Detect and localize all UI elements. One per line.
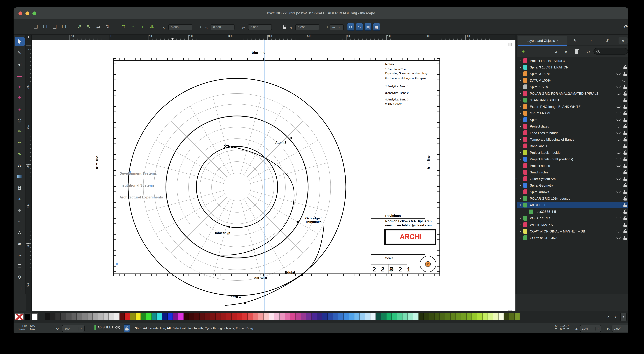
- layer-row[interactable]: ▸ DATUM 100%: [517, 77, 628, 84]
- box3d-tool[interactable]: ◈: [15, 104, 24, 114]
- zoom-plus-button[interactable]: +: [595, 327, 601, 330]
- color-swatch[interactable]: [312, 313, 317, 320]
- move-corners-toggle[interactable]: ↦: [347, 23, 354, 31]
- dropper-tool[interactable]: ●: [15, 194, 24, 204]
- calligraphy-tool[interactable]: ✒: [15, 138, 24, 148]
- move-gradient-toggle[interactable]: ▤: [364, 23, 372, 31]
- opacity-plus-button[interactable]: +: [78, 327, 84, 330]
- zoom-control[interactable]: 39% − +: [580, 325, 601, 332]
- hidden-eye-icon[interactable]: [616, 132, 620, 134]
- gradient-tool[interactable]: [15, 172, 24, 181]
- measure-tool[interactable]: ❒: [15, 284, 24, 294]
- expander-icon[interactable]: ▸: [519, 223, 522, 226]
- color-swatch[interactable]: [210, 313, 216, 320]
- connector-tool[interactable]: ↝: [15, 250, 24, 260]
- history-dialog-icon[interactable]: ↺: [604, 37, 610, 44]
- lock-icon[interactable]: [624, 105, 627, 109]
- horizontal-guide[interactable]: [32, 186, 516, 186]
- black-swatch[interactable]: [25, 313, 31, 320]
- deselect-icon[interactable]: ❑: [50, 22, 59, 31]
- color-swatch[interactable]: [365, 313, 370, 320]
- flip-vertical-icon[interactable]: ⇅: [104, 22, 112, 31]
- fill-bucket-tool[interactable]: ◆: [15, 205, 24, 215]
- color-swatch[interactable]: [269, 313, 274, 320]
- color-swatch[interactable]: [205, 313, 210, 320]
- canvas-corner-button[interactable]: [508, 43, 512, 46]
- lock-icon[interactable]: [624, 177, 627, 181]
- opacity-control[interactable]: 100 − +: [62, 325, 85, 332]
- layer-row[interactable]: ▾ A0 SHEET: [517, 202, 628, 208]
- hidden-eye-icon[interactable]: [616, 112, 620, 114]
- color-swatch[interactable]: [328, 313, 333, 320]
- units-dropdown[interactable]: mm ▾: [330, 24, 344, 30]
- hidden-eye-icon[interactable]: [616, 86, 620, 88]
- rotation-minus-button[interactable]: −: [622, 327, 628, 330]
- select-all-layers-icon[interactable]: ❐: [41, 22, 49, 31]
- color-swatch[interactable]: [45, 313, 50, 320]
- spiral-tool[interactable]: ◎: [15, 116, 24, 125]
- lock-ratio-icon[interactable]: [282, 25, 286, 29]
- close-tab-icon[interactable]: ×: [556, 39, 558, 42]
- color-swatch[interactable]: [514, 313, 520, 320]
- panel-menu-chevron-icon[interactable]: ∨: [618, 37, 628, 44]
- color-swatch[interactable]: [178, 313, 184, 320]
- layer-row[interactable]: Project nodes: [517, 162, 628, 169]
- layer-row[interactable]: ▸ Export PNG Image BLANK WHITE: [517, 103, 628, 110]
- raise-to-top-icon[interactable]: ⇈: [120, 22, 128, 31]
- color-swatch[interactable]: [152, 313, 157, 320]
- color-swatch[interactable]: [376, 313, 381, 320]
- color-swatch[interactable]: [397, 313, 402, 320]
- vertical-guide[interactable]: [374, 40, 374, 317]
- selector-tool[interactable]: [15, 37, 24, 46]
- layer-lock-button[interactable]: [124, 324, 130, 332]
- color-swatch[interactable]: [221, 313, 226, 320]
- color-swatch[interactable]: [306, 313, 312, 320]
- color-swatch[interactable]: [50, 313, 56, 320]
- vertical-guide[interactable]: [376, 40, 376, 317]
- rotation-control[interactable]: 0.00° − +: [612, 325, 628, 332]
- brush-tool[interactable]: ∿: [15, 149, 24, 159]
- mesh-tool[interactable]: ▦: [15, 183, 24, 192]
- color-swatch[interactable]: [66, 313, 72, 320]
- color-swatch[interactable]: [482, 313, 488, 320]
- color-swatch[interactable]: [130, 313, 136, 320]
- rotate-ccw-icon[interactable]: ↺: [75, 22, 84, 31]
- move-pattern-toggle[interactable]: ▦: [373, 23, 380, 31]
- palette-scroll-up-icon[interactable]: ∧: [607, 315, 610, 319]
- color-swatch[interactable]: [98, 313, 104, 320]
- layer-row[interactable]: ▸ Spiral 1: [517, 116, 628, 123]
- lock-icon[interactable]: [624, 91, 627, 96]
- hidden-eye-icon[interactable]: [616, 158, 620, 160]
- star-tool[interactable]: ★: [15, 93, 24, 103]
- color-swatch[interactable]: [109, 313, 114, 320]
- color-swatch[interactable]: [248, 313, 253, 320]
- hidden-eye-icon[interactable]: [616, 119, 620, 121]
- layer-settings-gear-icon[interactable]: ⚙: [585, 48, 592, 55]
- horizontal-ruler[interactable]: -1000100200300400500600700800900: [32, 35, 516, 40]
- fill-stroke-indicator[interactable]: Fill: N/A Stroke: N/A: [18, 324, 35, 331]
- lock-icon[interactable]: [624, 131, 627, 135]
- lock-icon[interactable]: [624, 223, 627, 227]
- hidden-eye-icon[interactable]: [616, 93, 620, 95]
- move-layer-up-button[interactable]: ∧: [553, 48, 560, 55]
- move-rounded-toggle[interactable]: ↪: [356, 23, 363, 31]
- eraser-tool[interactable]: ▰: [15, 239, 24, 249]
- hidden-eye-icon[interactable]: [616, 217, 620, 219]
- color-swatch[interactable]: [408, 313, 413, 320]
- color-swatch[interactable]: [82, 313, 88, 320]
- lock-icon[interactable]: [624, 157, 627, 161]
- vertical-guide[interactable]: [237, 40, 238, 317]
- color-swatch[interactable]: [402, 313, 408, 320]
- pages-tool[interactable]: ❐: [15, 261, 24, 271]
- color-swatch[interactable]: [456, 313, 461, 320]
- spray-tool[interactable]: ∴: [15, 228, 24, 237]
- color-swatch[interactable]: [450, 313, 456, 320]
- color-swatch[interactable]: [381, 313, 386, 320]
- hidden-eye-icon[interactable]: [622, 79, 626, 81]
- lock-icon[interactable]: [624, 151, 627, 155]
- panel-divider[interactable]: ••••: [516, 35, 517, 294]
- layer-row[interactable]: ▸ POLAR GRID 10% reduced: [517, 195, 628, 202]
- lock-icon[interactable]: [624, 65, 627, 69]
- palette-scroll-down-icon[interactable]: ∨: [614, 315, 617, 319]
- hidden-eye-icon[interactable]: [616, 165, 620, 167]
